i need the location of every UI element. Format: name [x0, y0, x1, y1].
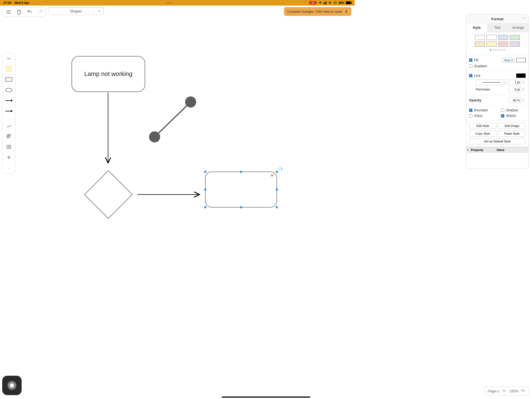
save-label: Unsaved changes. Click here to save. [287, 10, 343, 14]
redo-icon[interactable] [37, 9, 43, 15]
rotate-handle-icon[interactable] [279, 167, 282, 170]
main-tool-pod [2, 7, 47, 17]
shape-lamp-rect[interactable]: Lamp not working [71, 56, 145, 92]
cellular-icon [323, 1, 326, 4]
style-anchor-icon[interactable] [270, 174, 273, 177]
shapes-label: Shapes [70, 9, 82, 13]
top-toolbar: Shapes ⌄ ✕ Unsaved changes. Click here t… [0, 6, 355, 18]
multitask-dots-icon[interactable] [29, 2, 309, 3]
status-date: Wed 6 Apr [14, 1, 29, 4]
chevron-down-icon: ⌄ [92, 10, 94, 13]
orientation-lock-icon [334, 1, 337, 4]
shape-decision-diamond[interactable] [84, 170, 133, 219]
save-changes-button[interactable]: Unsaved changes. Click here to save. [284, 7, 351, 16]
diagram-canvas[interactable]: Lamp not working [0, 18, 355, 266]
battery-pct: 89% [339, 1, 344, 4]
resize-handle[interactable] [276, 188, 278, 191]
wifi-icon [328, 1, 332, 5]
resize-handle[interactable] [276, 206, 278, 208]
shapes-dropdown[interactable]: Shapes ⌄ ✕ [48, 7, 104, 15]
recording-indicator-icon[interactable] [309, 1, 317, 4]
location-icon [318, 1, 322, 4]
status-time: 17:09 [3, 1, 11, 4]
resize-handle[interactable] [240, 206, 242, 208]
free-line-endpoint [185, 96, 196, 108]
free-line-endpoint [149, 131, 160, 142]
battery-icon [346, 1, 351, 4]
close-icon[interactable]: ✕ [98, 9, 101, 13]
resize-handle[interactable] [204, 188, 206, 191]
resize-handle[interactable] [240, 171, 242, 173]
resize-handle[interactable] [276, 171, 278, 173]
resize-handle[interactable] [204, 171, 206, 173]
resize-handle[interactable] [204, 206, 206, 208]
menu-icon[interactable] [6, 9, 11, 15]
shape-lamp-text: Lamp not working [84, 70, 132, 78]
shape-selected-rect[interactable] [205, 172, 277, 208]
download-icon [344, 9, 348, 14]
ios-status-bar: 17:09 Wed 6 Apr 89% [0, 0, 355, 6]
delete-icon[interactable] [16, 9, 22, 15]
canvas-overlay [0, 18, 355, 266]
undo-icon[interactable] [27, 9, 32, 15]
free-line [155, 102, 191, 137]
